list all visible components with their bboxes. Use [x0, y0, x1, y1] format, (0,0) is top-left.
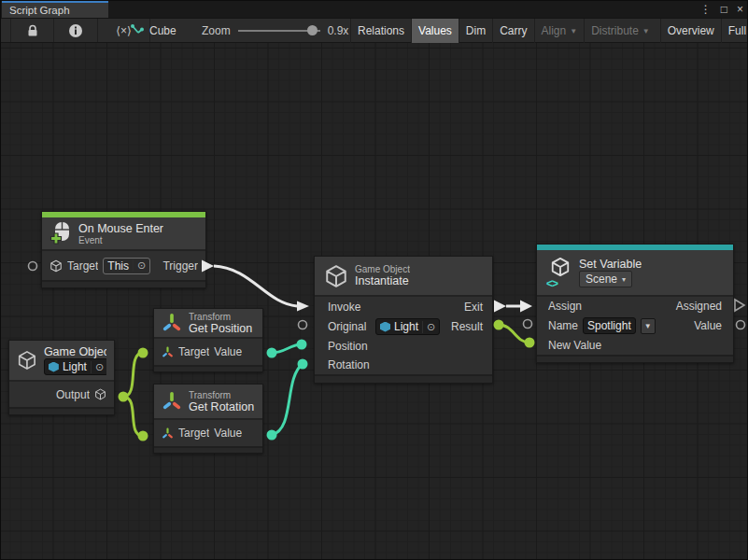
zoom-control: Zoom 0.9x — [202, 19, 348, 42]
getposition-target-port[interactable] — [138, 348, 148, 358]
target-value-field[interactable]: This ⊙ — [103, 258, 150, 274]
new-value-port-label: New Value — [548, 339, 601, 352]
relations-button[interactable]: Relations — [350, 19, 411, 43]
original-port-label: Original — [328, 320, 371, 333]
wire-output-getposition[interactable] — [123, 353, 143, 397]
wire-output-getrotation[interactable] — [123, 397, 143, 436]
zoom-slider[interactable] — [238, 19, 320, 42]
node-on-mouse-enter[interactable]: On Mouse Enter Event Target This ⊙ Trigg… — [41, 211, 206, 288]
wire-getposition-position[interactable] — [272, 344, 302, 353]
zoom-slider-handle[interactable] — [307, 25, 318, 35]
node-set-variable[interactable]: <> Set Variable Scene ▾ Assign Assigned … — [536, 244, 734, 363]
assigned-port[interactable] — [735, 300, 744, 311]
unity-variable-icon: <> — [546, 257, 572, 288]
lock-icon — [25, 23, 40, 38]
game-object-icon — [49, 259, 63, 273]
game-object-value-field[interactable]: Light ⊙ — [44, 358, 106, 375]
original-value-field[interactable]: Light ⊙ — [375, 318, 440, 335]
exit-port-label: Exit — [464, 301, 483, 314]
getposition-value-port[interactable] — [267, 348, 277, 358]
name-port-label: Name — [548, 319, 578, 332]
variable-name-field[interactable]: Spotlight — [583, 317, 636, 334]
node-title: Get Position — [189, 322, 252, 335]
node-category: Transform — [189, 390, 254, 400]
game-object-icon — [94, 388, 106, 400]
lock-button[interactable] — [10, 19, 54, 42]
tab-title: Script Graph — [9, 5, 70, 16]
graph-breadcrumb[interactable]: Cube — [130, 19, 176, 42]
chevron-down-icon: ▼ — [642, 27, 650, 35]
node-get-position[interactable]: Transform Get Position Target Value — [153, 308, 263, 372]
maximize-icon[interactable]: □ — [721, 1, 727, 18]
object-picker-icon[interactable]: ⊙ — [91, 361, 104, 373]
distribute-dropdown[interactable]: Distribute▼ — [584, 19, 656, 43]
carry-button[interactable]: Carry — [492, 19, 533, 43]
exit-port[interactable] — [494, 301, 506, 313]
trigger-port-label: Trigger — [162, 259, 198, 273]
value-port-label: Value — [694, 319, 722, 332]
result-port[interactable] — [494, 320, 504, 330]
chevron-down-icon: ▾ — [622, 275, 626, 284]
info-icon — [68, 23, 83, 38]
wire-trigger-invoke[interactable] — [214, 266, 297, 306]
unity-object-icon — [380, 322, 390, 332]
transform-icon — [162, 346, 174, 358]
invoke-port-label: Invoke — [328, 301, 393, 314]
view-options: Relations Values Dim Carry Align▼ Distri… — [350, 19, 747, 43]
window-controls: ⋮ □ × — [700, 1, 743, 18]
node-footer — [537, 355, 733, 362]
node-category: Transform — [189, 312, 252, 322]
zoom-label: Zoom — [202, 24, 231, 37]
node-footer — [9, 407, 114, 414]
node-subtitle: Event — [78, 235, 163, 245]
graph-icon — [130, 24, 144, 37]
graph-canvas[interactable]: On Mouse Enter Event Target This ⊙ Trigg… — [1, 43, 748, 560]
tab-script-graph[interactable]: Script Graph — [2, 1, 108, 18]
object-picker-icon[interactable]: ⊙ — [422, 321, 435, 333]
invoke-port-arrow[interactable] — [297, 301, 309, 312]
variable-scope-dropdown[interactable]: Scene ▾ — [579, 271, 632, 287]
target-port-label: Target — [67, 259, 98, 273]
rotation-port-label: Rotation — [328, 358, 393, 371]
transform-icon — [162, 391, 182, 412]
mouseenter-input-port[interactable] — [29, 262, 37, 271]
full-screen-button[interactable]: Full Screen — [721, 19, 748, 43]
menu-icon[interactable]: ⋮ — [700, 1, 712, 18]
close-icon[interactable]: × — [737, 1, 743, 18]
output-port[interactable] — [119, 392, 129, 402]
values-button[interactable]: Values — [411, 19, 459, 43]
wire-getrotation-rotation[interactable] — [272, 364, 303, 435]
node-footer — [42, 280, 205, 287]
value-port[interactable] — [737, 321, 745, 329]
original-port[interactable] — [299, 321, 307, 329]
newvalue-port[interactable] — [525, 338, 535, 348]
node-get-rotation[interactable]: Transform Get Rotation Target Value — [153, 384, 263, 454]
name-port[interactable] — [524, 320, 532, 329]
info-button[interactable] — [54, 19, 98, 42]
getrotation-target-port[interactable] — [138, 431, 148, 441]
dim-button[interactable]: Dim — [459, 19, 492, 43]
node-category: Game Object — [355, 264, 410, 274]
transform-icon — [162, 427, 174, 440]
graph-name: Cube — [149, 24, 176, 37]
align-dropdown[interactable]: Align▼ — [534, 19, 585, 43]
result-port-label: Result — [451, 320, 483, 333]
getrotation-value-port[interactable] — [267, 430, 277, 441]
object-picker-icon[interactable]: ⊙ — [133, 259, 146, 272]
rotation-port[interactable] — [298, 359, 308, 370]
assign-port-arrow[interactable] — [520, 301, 532, 313]
unity-object-icon — [49, 362, 59, 372]
node-game-object[interactable]: Game Object Light ⊙ Output — [8, 340, 115, 415]
assigned-port-label: Assigned — [668, 300, 722, 313]
transform-icon — [162, 313, 182, 333]
target-port-label: Target — [178, 427, 209, 440]
mouse-event-icon — [49, 221, 72, 245]
position-port[interactable] — [297, 340, 307, 350]
variable-name-dropdown[interactable]: ▼ — [641, 318, 656, 334]
tab-bar: Script Graph ⋮ □ × — [1, 1, 747, 18]
overview-button[interactable]: Overview — [660, 19, 721, 43]
wire-result-newvalue[interactable] — [499, 325, 529, 343]
node-instantiate[interactable]: Game Object Instantiate Invoke Exit Orig… — [314, 256, 493, 384]
node-footer — [315, 374, 492, 383]
assign-port-label: Assign — [548, 300, 604, 313]
